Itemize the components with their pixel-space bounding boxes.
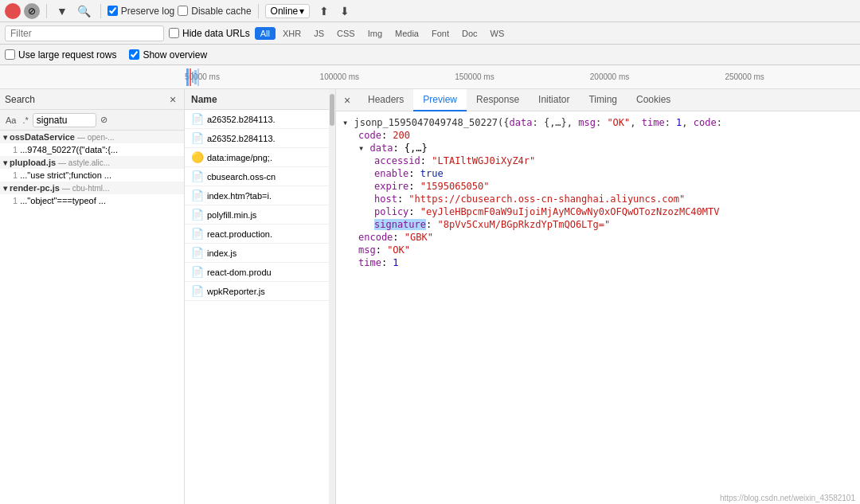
json-signature-key: signature — [374, 219, 426, 230]
filter-img-btn[interactable]: Img — [362, 27, 388, 40]
name-item-2[interactable]: 📄 a26352.b284113. — [185, 129, 329, 148]
chevron-icon-3: ▾ — [3, 184, 7, 193]
name-item-3[interactable]: 🟡 data:image/png;. — [185, 148, 329, 167]
show-overview-text: Show overview — [143, 49, 207, 61]
json-encode-value: "GBK" — [405, 232, 433, 243]
chevron-down-icon: ▾ — [299, 6, 304, 17]
tree-item-num-2: 1 — [13, 170, 18, 180]
svg-rect-1 — [190, 68, 191, 86]
filter-js-btn[interactable]: JS — [308, 27, 330, 40]
disable-cache-checkbox[interactable] — [178, 6, 188, 16]
json-expire-value: "1595065050" — [420, 181, 490, 192]
tree-group-render[interactable]: ▾ render-pc.js — cbu-html... — [0, 182, 184, 194]
name-item-text-5: index.htm?tab=i. — [207, 191, 272, 201]
status-url: https://blog.csdn.net/weixin_43582101 — [720, 494, 855, 502]
search-close-button[interactable]: × — [166, 93, 179, 106]
filter-media-btn[interactable]: Media — [389, 27, 424, 40]
name-item-1[interactable]: 📄 a26352.b284113. — [185, 110, 329, 129]
preserve-log-label[interactable]: Preserve log — [108, 6, 174, 17]
name-item-text-7: react.production. — [207, 229, 272, 239]
tree-item-1[interactable]: 1 ...9748_50227({"data":{... — [0, 143, 184, 156]
record-button[interactable] — [5, 3, 21, 19]
tree-item-3[interactable]: 1 ..."object"===typeof ... — [0, 194, 184, 207]
tab-initiator[interactable]: Initiator — [529, 89, 579, 111]
scrollbar[interactable] — [329, 89, 335, 504]
hide-data-urls-checkbox[interactable] — [169, 28, 179, 38]
filter-xhr-btn[interactable]: XHR — [277, 27, 307, 40]
divider-2 — [100, 4, 101, 18]
show-overview-checkbox[interactable] — [129, 49, 139, 60]
json-msg-key: msg — [358, 244, 376, 256]
filter-doc-btn[interactable]: Doc — [456, 27, 483, 40]
filter-icon[interactable]: ▼ — [53, 3, 71, 19]
json-enable-value: true — [420, 168, 444, 179]
name-item-text-3: data:image/png;. — [207, 153, 272, 162]
json-host-value: "https://cbusearch.oss-cn-shanghai.aliyu… — [408, 193, 685, 205]
tree-group-ossdata[interactable]: ▾ ossDataService — open-... — [0, 131, 184, 143]
name-item-8[interactable]: 📄 index.js — [185, 244, 329, 263]
filter-css-btn[interactable]: CSS — [331, 27, 361, 40]
json-enable-line: enable: true — [342, 167, 854, 180]
json-code-value: 200 — [393, 130, 410, 141]
upload-button[interactable]: ⬆ — [316, 3, 332, 19]
json-signature-line: signature: "8pVv5CxuM/BGpRkzdYpTmQO6LTg=… — [342, 218, 854, 231]
name-item-4[interactable]: 📄 cbusearch.oss-cn — [185, 167, 329, 186]
json-root-line: ▾ jsonp_1595047049748_50227({data: {,…},… — [342, 116, 854, 129]
name-item-text-9: react-dom.produ — [207, 268, 272, 277]
tab-timing[interactable]: Timing — [579, 89, 627, 111]
expand-data[interactable]: ▾ — [358, 143, 364, 154]
tab-cookies[interactable]: Cookies — [627, 89, 680, 111]
preserve-log-checkbox[interactable] — [108, 6, 118, 16]
filter-font-btn[interactable]: Font — [426, 27, 455, 40]
tree-item-label: ...9748_50227({"data":{... — [20, 145, 118, 154]
detail-close-button[interactable]: × — [336, 89, 358, 111]
name-item-5[interactable]: 📄 index.htm?tab=i. — [185, 186, 329, 205]
download-button[interactable]: ⬇ — [337, 3, 353, 19]
name-item-text-10: wpkReporter.js — [207, 287, 265, 296]
tab-preview[interactable]: Preview — [413, 89, 467, 111]
tree-group-plupload[interactable]: ▾ plupload.js — astyle.alic... — [0, 156, 184, 169]
tab-response[interactable]: Response — [467, 89, 529, 111]
search-header: Search × — [0, 89, 184, 110]
clear-search-btn[interactable]: ⊘ — [98, 114, 110, 126]
status-bar: https://blog.csdn.net/weixin_43582101 — [720, 494, 855, 502]
filter-input[interactable] — [5, 25, 164, 41]
name-item-9[interactable]: 📄 react-dom.produ — [185, 263, 329, 282]
regex-btn[interactable]: .* — [20, 115, 30, 126]
json-encode-line: encode: "GBK" — [342, 231, 854, 244]
show-overview-label[interactable]: Show overview — [129, 49, 207, 61]
tree-item-label-2: ..."use strict";function ... — [20, 170, 111, 180]
filter-all-btn[interactable]: All — [255, 27, 276, 40]
json-policy-key: policy — [374, 206, 408, 217]
search-input[interactable] — [33, 113, 96, 127]
json-msg-value: "OK" — [387, 244, 410, 256]
disable-cache-text: Disable cache — [191, 6, 251, 17]
case-sensitive-btn[interactable]: Aa — [3, 115, 18, 126]
name-item-10[interactable]: 📄 wpkReporter.js — [185, 282, 329, 301]
svg-rect-0 — [186, 68, 189, 86]
name-item-text-1: a26352.b284113. — [207, 115, 276, 124]
file-icon-9: 📄 — [191, 266, 204, 278]
large-rows-label[interactable]: Use large request rows — [5, 49, 116, 61]
online-select[interactable]: Online ▾ — [265, 4, 311, 18]
name-panel: Name 📄 a26352.b284113. 📄 a26352.b284113.… — [185, 89, 329, 504]
search-icon[interactable]: 🔍 — [74, 3, 94, 19]
json-host-line: host: "https://cbusearch.oss-cn-shanghai… — [342, 193, 854, 205]
name-item-7[interactable]: 📄 react.production. — [185, 225, 329, 244]
tree-item-num-3: 1 — [13, 196, 18, 205]
json-data-key: data — [369, 143, 393, 154]
stop-button[interactable]: ⊘ — [24, 3, 40, 19]
tree-item-2[interactable]: 1 ..."use strict";function ... — [0, 169, 184, 182]
json-host-key: host — [374, 193, 397, 205]
filter-ws-btn[interactable]: WS — [485, 27, 510, 40]
hide-data-urls-label[interactable]: Hide data URLs — [169, 28, 250, 39]
file-icon-2: 📄 — [191, 132, 204, 144]
options-bar: Use large request rows Show overview — [0, 45, 860, 65]
name-item-6[interactable]: 📄 polyfill.min.js — [185, 205, 329, 225]
tab-headers[interactable]: Headers — [358, 89, 413, 111]
disable-cache-label[interactable]: Disable cache — [178, 6, 251, 17]
waterfall-chart — [185, 67, 860, 88]
large-rows-checkbox[interactable] — [5, 49, 15, 60]
detail-tabs: × Headers Preview Response Initiator Tim… — [336, 89, 860, 111]
expand-root[interactable]: ▾ — [342, 117, 348, 128]
